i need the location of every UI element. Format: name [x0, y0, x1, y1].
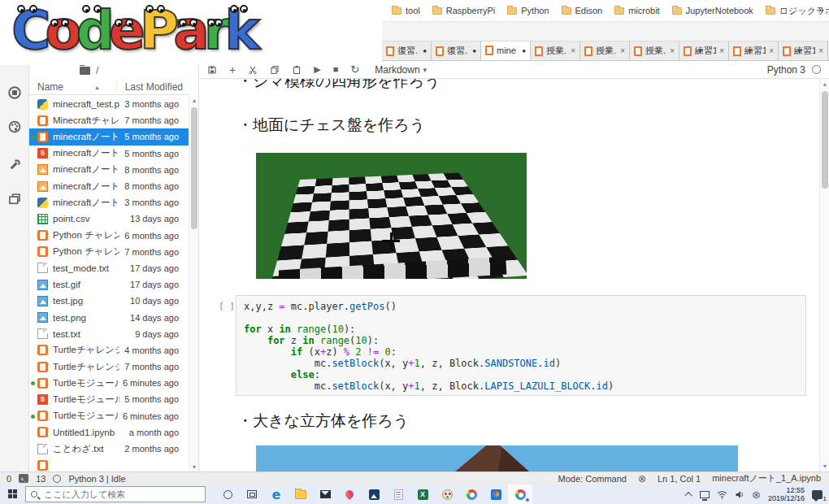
file-row[interactable]: test.png14 days ago: [29, 309, 189, 325]
kernel-status-icon[interactable]: [812, 65, 821, 74]
file-row[interactable]: minecraftノート_1.py3 months ago: [29, 194, 189, 211]
bookmark-item[interactable]: tool: [392, 6, 420, 15]
maps-icon[interactable]: [337, 484, 362, 504]
notebook-tab[interactable]: 練習1×: [729, 41, 779, 60]
file-row[interactable]: Turtleモジュールノ...5 months ago: [29, 391, 189, 407]
bookmark-item[interactable]: Edison: [562, 6, 603, 15]
store-icon[interactable]: [484, 484, 508, 504]
network-icon[interactable]: [700, 491, 710, 498]
file-row[interactable]: minecraftノート_1_...8 months ago: [29, 162, 189, 178]
scroll-down-icon[interactable]: ▼: [820, 463, 829, 469]
copy-cells-button[interactable]: [270, 65, 280, 75]
open-tabs-icon[interactable]: [6, 190, 24, 208]
bookmark-item[interactable]: microbit: [614, 6, 660, 15]
tray-dismiss-icon[interactable]: ⊗: [752, 489, 761, 500]
file-row[interactable]: minecraftノート_1.i...8 months ago: [29, 178, 189, 194]
file-row[interactable]: Turtleチャレンジノ...4 months ago: [29, 342, 189, 358]
notebook-tab[interactable]: mine●: [481, 41, 531, 60]
photos-icon[interactable]: [362, 484, 386, 504]
scrollbar-thumb[interactable]: [822, 91, 828, 189]
chrome-icon[interactable]: [459, 484, 484, 504]
command-mode-indicator[interactable]: Mode: Command: [558, 474, 627, 484]
excel-icon[interactable]: X: [410, 484, 435, 504]
file-row[interactable]: minecraftノート_1_...5 months ago: [29, 146, 189, 162]
taskbar-search[interactable]: [25, 486, 206, 502]
notebook-tab[interactable]: 復習.●: [432, 41, 481, 60]
file-row[interactable]: Minecraftチャレン...7 months ago: [29, 112, 189, 128]
notebook-tab[interactable]: 授業.×: [580, 41, 630, 60]
add-cell-button[interactable]: +: [229, 64, 236, 76]
file-row[interactable]: Turtleチャレンジノ...7 months ago: [29, 358, 189, 375]
unsaved-dot-icon[interactable]: ●: [522, 47, 526, 54]
close-icon[interactable]: ×: [670, 46, 675, 55]
file-row[interactable]: test.txt9 days ago: [29, 326, 189, 342]
command-palette-icon[interactable]: [6, 118, 24, 136]
scroll-up-icon[interactable]: ▲: [189, 98, 199, 103]
mail-icon[interactable]: [313, 484, 337, 504]
column-last-modified[interactable]: Last Modified: [116, 81, 183, 93]
scroll-up-icon[interactable]: ▲: [820, 81, 829, 87]
run-cell-button[interactable]: ▶: [314, 65, 320, 74]
file-list-scrollbar[interactable]: ▲ ▼: [189, 96, 198, 471]
start-button[interactable]: [8, 489, 18, 499]
file-row[interactable]: Python チャレンジ...7 months ago: [29, 244, 189, 260]
kernel-icon[interactable]: [53, 475, 61, 483]
task-view-icon[interactable]: [240, 484, 264, 504]
bookmark-item[interactable]: RaspberryPi: [432, 6, 496, 15]
file-row[interactable]: minecraftノート_1_...5 months ago: [29, 128, 189, 145]
bookmark-item[interactable]: JupyterNotebook: [672, 6, 753, 15]
column-name[interactable]: Name: [37, 81, 63, 93]
kernel-name[interactable]: Python 3: [767, 64, 805, 76]
stop-kernel-button[interactable]: ■: [333, 65, 339, 74]
close-icon[interactable]: ×: [769, 46, 774, 55]
edge-icon[interactable]: e: [264, 484, 289, 504]
terminal-icon[interactable]: s_: [19, 474, 28, 483]
chrome-active-icon[interactable]: [508, 484, 532, 504]
notebook-tab[interactable]: 練習1×: [779, 41, 828, 60]
notifications-off-icon[interactable]: ⊗: [638, 474, 646, 484]
file-explorer-icon[interactable]: [289, 484, 313, 504]
scrollbar-thumb[interactable]: [191, 107, 197, 229]
code-cell-editor[interactable]: x,y,z = mc.player.getPos() for x in rang…: [236, 295, 806, 396]
paste-cells-button[interactable]: [292, 65, 302, 75]
file-row[interactable]: ことわざ.txt2 months ago: [29, 441, 189, 457]
bookmarks-overflow-chevron[interactable]: »: [818, 3, 824, 15]
notebook-tab[interactable]: 練習1×: [679, 41, 729, 60]
file-row[interactable]: Turtleモジュールノ...6 minutes ago: [29, 408, 189, 424]
notebook-scrollbar[interactable]: ▲ ▼: [819, 79, 829, 471]
file-row[interactable]: minecraft_test.py3 months ago: [29, 96, 189, 112]
file-row[interactable]: point.csv13 days ago: [29, 211, 189, 227]
onenote-icon[interactable]: [386, 484, 410, 504]
tray-chevron-up-icon[interactable]: [684, 491, 692, 499]
bookmark-item[interactable]: Python: [507, 6, 549, 15]
close-icon[interactable]: ×: [620, 46, 625, 55]
paint-icon[interactable]: [435, 484, 459, 504]
taskbar-clock[interactable]: 12:55 2019/12/16: [768, 486, 805, 502]
notebook-tab[interactable]: 授業.×: [531, 41, 580, 60]
file-row[interactable]: test_mode.txt17 days ago: [29, 260, 189, 276]
file-row[interactable]: Untitled1.ipynba month ago: [29, 424, 189, 441]
close-icon[interactable]: ×: [719, 46, 724, 55]
volume-icon[interactable]: [735, 490, 744, 499]
search-input[interactable]: [42, 489, 180, 500]
unsaved-dot-icon[interactable]: ●: [472, 47, 476, 54]
cortana-icon[interactable]: [215, 484, 240, 504]
notebook-tab[interactable]: 復習.●: [382, 41, 432, 60]
close-icon[interactable]: ×: [571, 46, 575, 55]
file-row[interactable]: test.jpg10 days ago: [29, 293, 189, 309]
save-button[interactable]: [207, 65, 217, 75]
property-inspector-wrench-icon[interactable]: [6, 156, 24, 174]
file-row[interactable]: [29, 457, 189, 471]
restart-kernel-button[interactable]: ↻: [350, 64, 359, 75]
scroll-down-icon[interactable]: ▼: [189, 464, 199, 470]
cursor-position[interactable]: Ln 1, Col 1: [658, 474, 701, 484]
cell-type-dropdown[interactable]: Markdown ▾: [375, 64, 427, 76]
action-center-icon[interactable]: 1: [812, 490, 822, 499]
notebook-tab[interactable]: 授業.×: [630, 41, 679, 60]
kernel-status-text[interactable]: Python 3 | Idle: [68, 474, 125, 484]
running-sessions-icon[interactable]: [6, 84, 24, 102]
breadcrumb[interactable]: /: [80, 65, 98, 76]
file-row[interactable]: test.gif17 days ago: [29, 276, 189, 293]
wifi-icon[interactable]: [717, 490, 727, 499]
cut-cells-button[interactable]: [248, 65, 258, 75]
